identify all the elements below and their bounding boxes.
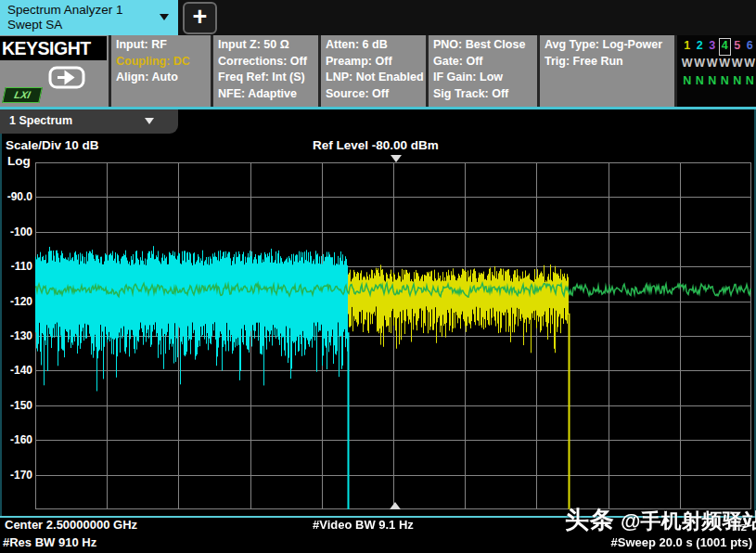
- y-axis-tick-label: -140: [0, 364, 32, 377]
- trace-status-panel: 123456 WWWWWW NNNNNN: [674, 35, 756, 108]
- window-border-left: [0, 109, 2, 516]
- watermark-handle: @手机射频驿站: [615, 509, 756, 533]
- header-field[interactable]: Source: Off: [326, 86, 426, 103]
- header-field[interactable]: Freq Ref: Int (S): [218, 70, 318, 86]
- resolution-bandwidth-readout[interactable]: #Res BW 910 Hz: [3, 535, 96, 549]
- y-axis-tick-label: -160: [0, 433, 32, 446]
- trace-detector-2[interactable]: N: [694, 73, 707, 91]
- lxi-logo: LXI: [2, 87, 43, 103]
- header-field[interactable]: Avg Type: Log-Power: [545, 37, 672, 54]
- status-column-0: Input: RFCoupling: DCAlign: Auto: [109, 35, 211, 108]
- trace-type-4[interactable]: W: [719, 56, 732, 73]
- system-status-header: KEYSIGHT LXI Input: RFCoupling: DCAlign:…: [0, 35, 756, 108]
- header-field[interactable]: Align: Auto: [116, 70, 211, 86]
- trace-detector-5[interactable]: N: [731, 73, 744, 91]
- header-field[interactable]: Corrections: Off: [218, 54, 318, 71]
- y-axis-tick-label: -90.0: [0, 190, 32, 203]
- tab-spectrum-analyzer[interactable]: Spectrum Analyzer 1 Swept SA: [0, 0, 178, 35]
- trace-detectors-row: NNNNNN: [681, 73, 756, 91]
- trace-numbers-row: 123456: [681, 38, 756, 56]
- y-axis-tick-label: -100: [0, 225, 32, 238]
- header-field[interactable]: Preamp: Off: [326, 54, 426, 71]
- header-field[interactable]: Gate: Off: [433, 54, 537, 71]
- trace-type-1[interactable]: W: [681, 56, 694, 73]
- scale-per-division-readout[interactable]: Scale/Div 10 dB: [6, 138, 99, 152]
- status-column-4: Avg Type: Log-PowerTrig: Free Run: [537, 35, 672, 108]
- window-selector-label: 1 Spectrum: [9, 114, 72, 127]
- header-field[interactable]: Input Z: 50 Ω: [218, 37, 318, 54]
- trace-detector-4[interactable]: N: [719, 73, 732, 91]
- trace-type-6[interactable]: W: [744, 56, 756, 73]
- center-frequency-readout[interactable]: Center 2.50000000 GHz: [5, 518, 137, 532]
- header-field[interactable]: Coupling: DC: [116, 54, 211, 71]
- trace-type-5[interactable]: W: [731, 56, 744, 73]
- trace-type-2[interactable]: W: [694, 56, 707, 73]
- mode-tab-bar: Spectrum Analyzer 1 Swept SA +: [0, 0, 756, 35]
- y-axis-tick-label: -120: [0, 295, 32, 308]
- trace-detector-1[interactable]: N: [681, 73, 694, 91]
- trace-number-6[interactable]: 6: [744, 38, 756, 56]
- brand-cell: KEYSIGHT LXI: [0, 35, 109, 108]
- chevron-down-icon: [160, 14, 169, 20]
- analyzer-screen: Spectrum Analyzer 1 Swept SA + KEYSIGHT …: [0, 0, 756, 553]
- header-field[interactable]: IF Gain: Low: [433, 70, 537, 86]
- watermark: 头条 @手机射频驿站: [565, 504, 756, 536]
- header-field[interactable]: Atten: 6 dB: [326, 37, 426, 54]
- trace-number-5[interactable]: 5: [731, 38, 744, 56]
- add-mode-tab-button[interactable]: +: [183, 2, 217, 34]
- status-columns: Input: RFCoupling: DCAlign: AutoInput Z:…: [109, 35, 674, 108]
- header-field[interactable]: PNO: Best Close: [433, 37, 537, 54]
- video-bandwidth-readout[interactable]: #Video BW 9.1 Hz: [313, 518, 414, 532]
- y-axis-tick-label: -150: [0, 399, 32, 412]
- trace-number-3[interactable]: 3: [706, 38, 719, 56]
- header-field[interactable]: LNP: Not Enabled: [326, 70, 426, 86]
- center-marker-bottom-icon: [390, 502, 401, 509]
- trace-number-2[interactable]: 2: [694, 38, 707, 56]
- y-axis-tick-label: -170: [0, 469, 32, 482]
- trace-number-1[interactable]: 1: [681, 38, 694, 56]
- amplitude-scale-label: Log: [7, 154, 31, 168]
- center-marker-top-icon: [391, 155, 402, 162]
- reference-level-readout[interactable]: Ref Level -80.00 dBm: [313, 138, 439, 152]
- sweep-time-readout[interactable]: #Sweep 20.0 s (1001 pts): [611, 535, 752, 549]
- tab-title: Spectrum Analyzer 1: [7, 3, 178, 18]
- header-field[interactable]: Sig Track: Off: [433, 86, 537, 103]
- header-field[interactable]: NFE: Adaptive: [218, 86, 318, 103]
- trace-types-row: WWWWWW: [681, 56, 756, 73]
- keysight-logo: KEYSIGHT: [0, 36, 107, 60]
- next-window-icon[interactable]: [48, 66, 85, 94]
- status-column-2: Atten: 6 dBPreamp: OffLNP: Not EnabledSo…: [318, 35, 426, 108]
- y-axis-tick-label: -110: [0, 260, 32, 273]
- trace-detector-6[interactable]: N: [744, 73, 756, 91]
- watermark-brand: 头条: [565, 506, 615, 534]
- spectrum-plot[interactable]: [35, 162, 751, 509]
- trace-type-3[interactable]: W: [706, 56, 719, 73]
- header-field[interactable]: Trig: Free Run: [545, 54, 672, 71]
- status-column-1: Input Z: 50 ΩCorrections: OffFreq Ref: I…: [211, 35, 318, 108]
- trace-number-4[interactable]: 4: [719, 38, 732, 56]
- trace-detector-3[interactable]: N: [706, 73, 719, 91]
- status-column-3: PNO: Best CloseGate: OffIF Gain: LowSig …: [426, 35, 537, 108]
- header-field[interactable]: Input: RF: [116, 37, 211, 54]
- window-selector-dropdown[interactable]: 1 Spectrum: [0, 109, 178, 134]
- y-axis-tick-label: -130: [0, 329, 32, 342]
- chevron-down-icon: [145, 118, 154, 124]
- tab-subtitle: Swept SA: [7, 18, 178, 32]
